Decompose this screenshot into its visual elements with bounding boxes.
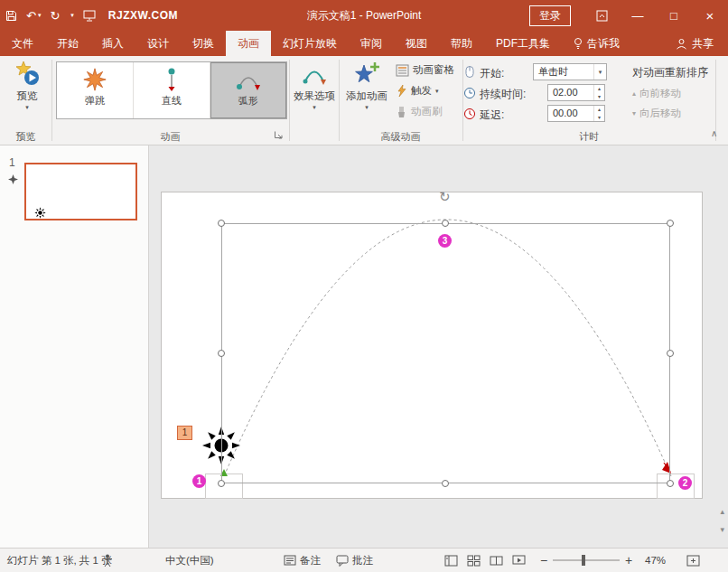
rotate-handle-icon[interactable]: ↻ [439,189,451,205]
share-button[interactable]: 共享 [661,31,728,56]
ribbon-display-options-button[interactable] [583,0,620,31]
delay-spin-up-icon[interactable]: ▴ [594,106,604,114]
minimize-button[interactable]: — [620,0,656,31]
animation-pane-button[interactable]: 动画窗格 [396,63,454,77]
animation-order-tag[interactable]: 1 [177,426,192,440]
save-button[interactable] [5,10,17,22]
normal-view-button[interactable] [444,549,458,572]
group-divider [339,60,340,141]
next-slide-button[interactable]: ▾ [720,525,724,534]
start-value: 单击时 [534,65,593,79]
tab-view[interactable]: 视图 [394,31,439,56]
statusbar: 幻灯片 第 1 张, 共 1 张 中文(中国) 备注 批注 − + [0,548,728,572]
animation-badge-start[interactable]: 1 [192,474,206,488]
move-later-icon: ▾ [632,109,636,117]
tab-insert[interactable]: 插入 [90,31,135,56]
add-animation-button[interactable]: 添加动画 ▾ [341,60,392,128]
zoom-out-button[interactable]: − [540,549,547,572]
zoom-in-button[interactable]: + [625,549,632,572]
zoom-slider-thumb[interactable] [582,555,585,566]
animation-badge-top[interactable]: 3 [438,234,452,248]
effect-options-button[interactable]: 效果选项 ▾ [291,60,338,128]
duration-spin-up-icon[interactable]: ▴ [594,85,604,93]
selection-handle-top-center[interactable] [442,220,449,227]
delay-label: 延迟: [480,108,504,123]
animation-dialog-launcher[interactable] [274,130,284,142]
tab-transitions[interactable]: 切换 [181,31,226,56]
slides-panel: 1 [0,145,149,548]
ribbon-tab-row: 文件 开始 插入 设计 切换 动画 幻灯片放映 审阅 视图 帮助 PDF工具集 … [0,31,728,56]
language-indicator[interactable]: 中文(中国) [165,549,214,572]
gallery-item-lines[interactable]: 直线 [134,62,210,118]
animation-badge-end[interactable]: 2 [678,476,692,490]
reorder-animation-label: 对动画重新排序 [632,65,708,80]
redo-button[interactable]: ↻ [50,9,60,23]
tab-animations[interactable]: 动画 [226,31,271,56]
trigger-button[interactable]: 触发 ▾ [396,84,439,98]
selection-handle-top-right[interactable] [667,220,674,227]
editing-canvas: ↻ 1 2 3 1 ▴ ▾ [149,145,728,548]
selection-handle-bottom-center[interactable] [442,480,449,487]
delay-value: 00.00 [548,106,593,121]
slide-thumbnail[interactable] [24,163,137,220]
effect-options-dropdown-icon: ▾ [313,104,316,111]
fit-to-window-icon [686,555,700,567]
customize-qat-button[interactable]: ▾ [70,12,74,19]
duration-input[interactable]: 02.00 ▴ ▾ [547,84,605,101]
zoom-slider[interactable] [553,559,620,561]
gallery-item-label: 弹跳 [85,94,105,108]
previous-slide-button[interactable]: ▴ [720,507,724,516]
selection-handle-bottom-left[interactable] [218,480,225,487]
tab-design[interactable]: 设计 [135,31,181,56]
preview-label: 预览 [17,89,38,103]
selection-handle-middle-right[interactable] [667,350,674,357]
gallery-item-label: 弧形 [238,94,258,108]
tab-slideshow[interactable]: 幻灯片放映 [271,31,349,56]
fit-slide-to-window-button[interactable] [686,549,700,572]
group-label-preview: 预览 [0,130,51,143]
preview-button[interactable]: 预览 ▾ [5,60,49,128]
start-select[interactable]: 单击时 ▾ [533,63,607,80]
maximize-button[interactable]: □ [656,0,692,31]
accessibility-check-button[interactable] [102,549,113,572]
start-slideshow-button[interactable] [83,10,96,22]
comments-button[interactable]: 批注 [336,549,373,572]
tell-me-button[interactable]: 告诉我 [562,31,630,56]
undo-button[interactable]: ↶▾ [26,9,41,23]
gallery-item-bounce[interactable]: 弹跳 [57,62,134,118]
slide-number: 1 [9,156,15,169]
play-animations-star-icon[interactable] [8,174,18,187]
duration-spin-down-icon[interactable]: ▾ [594,93,604,101]
gallery-item-label: 直线 [162,94,182,108]
close-button[interactable]: × [692,0,728,31]
start-select-dropdown-icon[interactable]: ▾ [593,64,606,80]
move-earlier-icon: ▴ [632,89,636,98]
gallery-item-arcs[interactable]: 弧形 [210,62,286,118]
slideshow-view-icon [512,555,526,567]
sign-in-button[interactable]: 登录 [529,5,571,26]
selection-handle-top-left[interactable] [218,220,225,227]
tab-help[interactable]: 帮助 [439,31,484,56]
move-earlier-button[interactable]: ▴ 向前移动 [632,87,681,100]
notes-button[interactable]: 备注 [284,549,321,572]
collapse-ribbon-button[interactable]: ∧ [711,128,717,138]
selection-handle-bottom-right[interactable] [667,480,674,487]
animation-painter-button[interactable]: 动画刷 [396,105,443,118]
slideshow-monitor-icon [83,10,96,22]
selection-handle-middle-left[interactable] [218,350,225,357]
delay-spin-down-icon[interactable]: ▾ [594,114,604,122]
tab-review[interactable]: 审阅 [349,31,394,56]
animation-pane-icon [396,64,409,77]
start-icon [464,65,475,79]
notes-label: 备注 [300,554,321,567]
delay-input[interactable]: 00.00 ▴ ▾ [547,105,605,122]
reading-view-button[interactable] [490,549,503,572]
slide-sorter-view-button[interactable] [467,549,481,572]
zoom-level[interactable]: 47% [645,549,666,572]
tab-home[interactable]: 开始 [45,31,90,56]
tab-file[interactable]: 文件 [0,31,45,56]
move-later-button[interactable]: ▾ 向后移动 [632,107,681,120]
titlebar: ↶▾ ↻ ▾ RJZXW.COM 演示文稿1 - PowerPoint 登录 —… [0,0,728,31]
slideshow-view-button[interactable] [512,549,526,572]
tab-pdf-tools[interactable]: PDF工具集 [484,31,562,56]
